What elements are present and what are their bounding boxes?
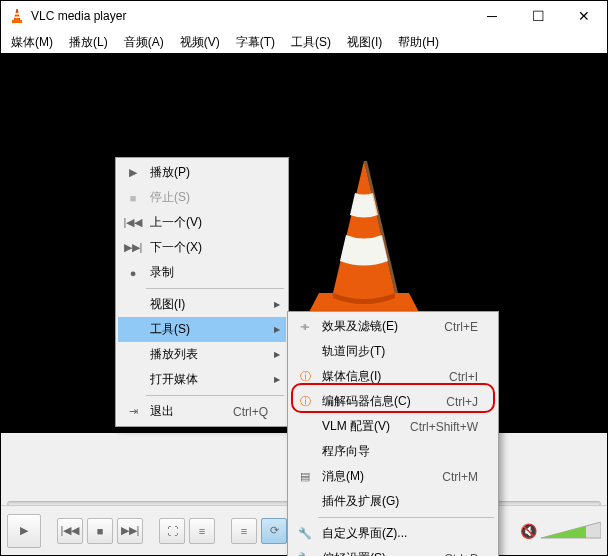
- menu-playback[interactable]: 播放(L): [63, 32, 114, 53]
- stop-button[interactable]: ■: [87, 518, 113, 544]
- ctx-main-item-2[interactable]: |◀◀上一个(V): [118, 210, 286, 235]
- svg-rect-0: [12, 20, 22, 23]
- ctx-tools-item-4-shortcut: Ctrl+Shift+W: [390, 420, 478, 434]
- ctx-main-item-6[interactable]: 视图(I): [118, 292, 286, 317]
- ctx-tools-item-5[interactable]: 程序向导: [290, 439, 496, 464]
- maximize-button[interactable]: ☐: [515, 1, 561, 31]
- menu-video[interactable]: 视频(V): [174, 32, 226, 53]
- app-window: VLC media player ─ ☐ ✕ 媒体(M) 播放(L) 音频(A)…: [0, 0, 608, 556]
- extended-button[interactable]: ≡: [189, 518, 215, 544]
- ctx-tools-item-6-label: 消息(M): [316, 468, 422, 485]
- ctx-main-item-0-label: 播放(P): [144, 164, 268, 181]
- ctx-tools-item-7[interactable]: 插件及扩展(G): [290, 489, 496, 514]
- ctx-tools-item-10-icon: 🔧: [294, 552, 316, 556]
- ctx-main-item-1-label: 停止(S): [144, 189, 268, 206]
- menu-media[interactable]: 媒体(M): [5, 32, 59, 53]
- menu-tools[interactable]: 工具(S): [285, 32, 337, 53]
- ctx-tools-item-7-label: 插件及扩展(G): [316, 493, 478, 510]
- ctx-tools-item-1[interactable]: 轨道同步(T): [290, 339, 496, 364]
- ctx-tools-item-2-icon: ⓘ: [294, 369, 316, 384]
- loop-button[interactable]: ⟳: [261, 518, 287, 544]
- ctx-tools-item-5-label: 程序向导: [316, 443, 478, 460]
- playlist-button[interactable]: ≡: [231, 518, 257, 544]
- fullscreen-icon: ⛶: [167, 525, 178, 537]
- menu-view[interactable]: 视图(I): [341, 32, 388, 53]
- ctx-tools-item-2[interactable]: ⓘ媒体信息(I)Ctrl+I: [290, 364, 496, 389]
- ctx-tools-item-10-shortcut: Ctrl+P: [424, 552, 478, 557]
- ctx-main-item-4-label: 录制: [144, 264, 268, 281]
- app-icon: [9, 8, 25, 24]
- ctx-main-item-3[interactable]: ▶▶|下一个(X): [118, 235, 286, 260]
- ctx-tools-item-4[interactable]: VLM 配置(V)Ctrl+Shift+W: [290, 414, 496, 439]
- ctx-tools-item-10-label: 偏好设置(S): [316, 550, 424, 556]
- play-button[interactable]: ▶: [7, 514, 41, 548]
- context-menu-main: ▶播放(P)■停止(S)|◀◀上一个(V)▶▶|下一个(X)●录制视图(I)工具…: [115, 157, 289, 427]
- context-menu-tools: ⟛效果及滤镜(E)Ctrl+E轨道同步(T)ⓘ媒体信息(I)Ctrl+Iⓘ编解码…: [287, 311, 499, 556]
- ctx-tools-item-1-label: 轨道同步(T): [316, 343, 478, 360]
- ctx-tools-item-9-label: 自定义界面(Z)...: [316, 525, 478, 542]
- ctx-main-item-0-icon: ▶: [122, 166, 144, 179]
- svg-rect-1: [15, 13, 19, 15]
- ctx-main-item-4-icon: ●: [122, 267, 144, 279]
- next-button[interactable]: ▶▶|: [117, 518, 143, 544]
- ctx-tools-separator: [318, 517, 494, 518]
- menu-audio[interactable]: 音频(A): [118, 32, 170, 53]
- ctx-tools-item-6-icon: ▤: [294, 470, 316, 483]
- ctx-main-item-4[interactable]: ●录制: [118, 260, 286, 285]
- volume-slider[interactable]: [541, 522, 601, 540]
- ctx-main-item-2-icon: |◀◀: [122, 216, 144, 229]
- ctx-main-item-3-icon: ▶▶|: [122, 241, 144, 254]
- ctx-main-item-1-icon: ■: [122, 192, 144, 204]
- next-icon: ▶▶|: [121, 524, 140, 537]
- equalizer-icon: ≡: [199, 525, 205, 537]
- vlc-cone-logo: [299, 153, 429, 323]
- ctx-main-item-11-shortcut: Ctrl+Q: [213, 405, 268, 419]
- ctx-main-item-8-label: 播放列表: [144, 346, 268, 363]
- ctx-tools-item-2-shortcut: Ctrl+I: [429, 370, 478, 384]
- ctx-main-item-3-label: 下一个(X): [144, 239, 268, 256]
- ctx-main-item-1[interactable]: ■停止(S): [118, 185, 286, 210]
- ctx-main-item-7[interactable]: 工具(S): [118, 317, 286, 342]
- menu-subtitle[interactable]: 字幕(T): [230, 32, 281, 53]
- prev-icon: |◀◀: [61, 524, 80, 537]
- ctx-tools-item-3-label: 编解码器信息(C): [316, 393, 426, 410]
- ctx-main-item-11[interactable]: ⇥退出Ctrl+Q: [118, 399, 286, 424]
- stop-icon: ■: [97, 525, 104, 537]
- ctx-tools-item-10[interactable]: 🔧偏好设置(S)Ctrl+P: [290, 546, 496, 556]
- ctx-tools-item-9-icon: 🔧: [294, 527, 316, 540]
- playlist-icon: ≡: [241, 525, 247, 537]
- ctx-tools-item-2-label: 媒体信息(I): [316, 368, 429, 385]
- ctx-tools-item-9[interactable]: 🔧自定义界面(Z)...: [290, 521, 496, 546]
- ctx-tools-item-4-label: VLM 配置(V): [316, 418, 390, 435]
- svg-rect-2: [14, 17, 19, 19]
- menu-bar: 媒体(M) 播放(L) 音频(A) 视频(V) 字幕(T) 工具(S) 视图(I…: [1, 31, 607, 53]
- window-title: VLC media player: [31, 9, 469, 23]
- fullscreen-button[interactable]: ⛶: [159, 518, 185, 544]
- ctx-tools-item-3-icon: ⓘ: [294, 394, 316, 409]
- ctx-main-item-2-label: 上一个(V): [144, 214, 268, 231]
- ctx-main-item-7-label: 工具(S): [144, 321, 268, 338]
- ctx-tools-item-6[interactable]: ▤消息(M)Ctrl+M: [290, 464, 496, 489]
- close-button[interactable]: ✕: [561, 1, 607, 31]
- ctx-main-item-9-label: 打开媒体: [144, 371, 268, 388]
- loop-icon: ⟳: [270, 524, 279, 537]
- menu-help[interactable]: 帮助(H): [392, 32, 445, 53]
- ctx-tools-item-0[interactable]: ⟛效果及滤镜(E)Ctrl+E: [290, 314, 496, 339]
- ctx-tools-item-3-shortcut: Ctrl+J: [426, 395, 478, 409]
- play-icon: ▶: [20, 524, 28, 537]
- title-bar: VLC media player ─ ☐ ✕: [1, 1, 607, 31]
- ctx-tools-item-3[interactable]: ⓘ编解码器信息(C)Ctrl+J: [290, 389, 496, 414]
- ctx-tools-item-0-shortcut: Ctrl+E: [424, 320, 478, 334]
- minimize-button[interactable]: ─: [469, 1, 515, 31]
- ctx-main-item-6-label: 视图(I): [144, 296, 268, 313]
- ctx-main-separator: [146, 288, 284, 289]
- ctx-tools-item-0-label: 效果及滤镜(E): [316, 318, 424, 335]
- ctx-main-item-0[interactable]: ▶播放(P): [118, 160, 286, 185]
- ctx-main-item-9[interactable]: 打开媒体: [118, 367, 286, 392]
- ctx-tools-item-0-icon: ⟛: [294, 320, 316, 333]
- ctx-tools-item-6-shortcut: Ctrl+M: [422, 470, 478, 484]
- mute-button[interactable]: 🔇: [520, 523, 537, 539]
- ctx-main-item-8[interactable]: 播放列表: [118, 342, 286, 367]
- ctx-main-item-11-label: 退出: [144, 403, 213, 420]
- prev-button[interactable]: |◀◀: [57, 518, 83, 544]
